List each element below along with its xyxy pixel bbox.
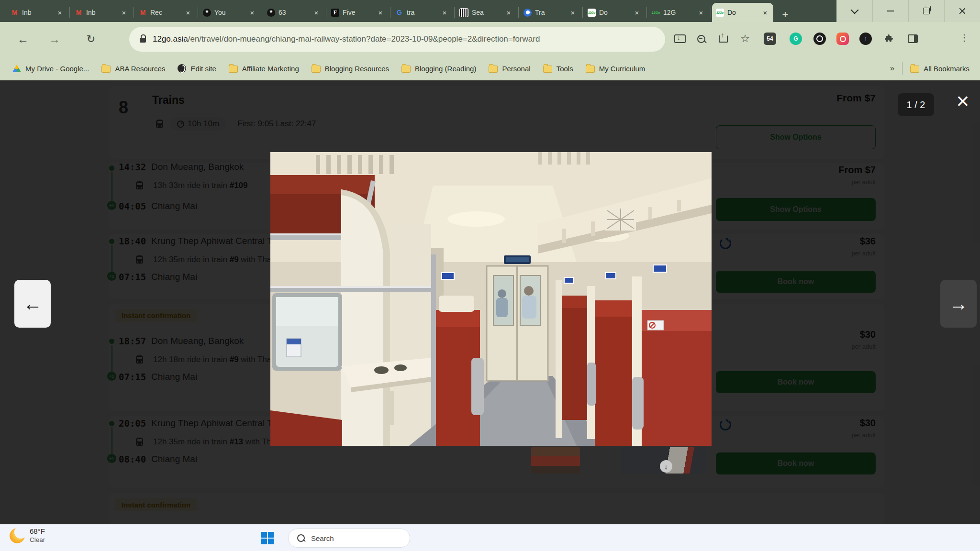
tab-gmail-2[interactable]: MInb×	[71, 3, 132, 22]
divider	[902, 62, 902, 75]
bookmarks-bar: My Drive - Google... ABA Resources Edit …	[0, 56, 980, 80]
tab-close-icon[interactable]: ×	[312, 8, 321, 17]
grammarly-icon[interactable]: G	[790, 33, 802, 45]
zoom-out-icon[interactable]	[695, 33, 707, 45]
tab-gmail-1[interactable]: MInb×	[7, 3, 68, 22]
lightbox-close-icon[interactable]: ×	[950, 89, 975, 114]
weather-widget[interactable]: 68°FClear	[10, 527, 45, 544]
side-panel-icon[interactable]	[906, 33, 919, 45]
bookmark-edit-site[interactable]: Edit site	[178, 64, 216, 73]
adblock-badge-icon[interactable]: 54	[764, 33, 776, 45]
tab-12go-2[interactable]: 12Go12G×	[648, 3, 709, 22]
folder-icon	[586, 66, 595, 73]
bookmark-my-curriculum[interactable]: My Curriculum	[586, 64, 646, 73]
tab-compass-2[interactable]: *63×	[263, 3, 324, 22]
photo-counter: 1 / 2	[898, 93, 934, 116]
taskbar: 68°FClear Search N S W 11:31 AM 10/4/202…	[0, 524, 980, 551]
fiverr-icon: F	[331, 9, 339, 17]
tab-close-icon[interactable]: ×	[504, 8, 513, 17]
folder-icon	[543, 66, 552, 73]
train-interior-photo	[270, 152, 712, 446]
search-icon	[297, 534, 305, 542]
tab-close-icon[interactable]: ×	[120, 8, 128, 17]
back-button[interactable]: ←	[14, 31, 32, 48]
gmail-icon: M	[139, 9, 147, 17]
menu-kebab-icon[interactable]: ⋮	[960, 33, 969, 43]
taskbar-search[interactable]: Search	[288, 529, 410, 548]
weather-condition: Clear	[30, 536, 45, 544]
bookmark-my-drive[interactable]: My Drive - Google...	[12, 65, 89, 73]
browser-tab-bar: MInb× MInb× MRec× *You× *63× FFive× Gtra…	[0, 0, 980, 22]
tab-close-icon[interactable]: ×	[568, 8, 577, 17]
tab-close-icon[interactable]: ×	[440, 8, 449, 17]
restore-icon	[923, 8, 930, 14]
bookmarks-overflow-icon[interactable]: »	[890, 64, 894, 73]
close-icon	[958, 7, 966, 15]
photo-thumbnail-1[interactable]	[531, 447, 580, 474]
bookmark-blogging-resources[interactable]: Blogging Resources	[312, 64, 389, 73]
tab-12go-1[interactable]: 12GoDo×	[584, 3, 645, 22]
tab-search-button[interactable]	[836, 0, 872, 22]
compass-icon: *	[203, 9, 211, 17]
tab-close-icon[interactable]: ×	[248, 8, 256, 17]
drive-icon	[12, 65, 21, 72]
tab-gmail-3[interactable]: MRec×	[135, 3, 196, 22]
12go-icon: 12Go	[588, 9, 596, 17]
lock-icon[interactable]	[140, 38, 146, 43]
tab-travel-rocket[interactable]: Tra×	[520, 3, 581, 22]
folder-icon	[101, 66, 111, 73]
url-text: 12go.asia/en/travel/don-mueang/chiang-ma…	[153, 34, 540, 44]
tab-google-search[interactable]: Gtra×	[391, 3, 453, 22]
gmail-icon: M	[11, 9, 19, 17]
previous-photo-button[interactable]: ←	[14, 280, 51, 328]
tab-close-icon[interactable]: ×	[184, 8, 192, 17]
weather-temp: 68°F	[30, 527, 45, 536]
bookmark-blogging-reading[interactable]: Blogging (Reading)	[401, 64, 476, 73]
12go-green-icon: 12Go	[652, 9, 660, 17]
bookmark-star-icon[interactable]: ☆	[739, 33, 751, 45]
profile-avatar[interactable]	[927, 31, 944, 47]
tab-search-site[interactable]: Sea×	[456, 3, 517, 22]
share-icon[interactable]	[717, 33, 729, 45]
all-bookmarks[interactable]: All Bookmarks	[910, 64, 969, 73]
chevron-down-icon	[851, 6, 859, 14]
bookmark-aba-resources[interactable]: ABA Resources	[101, 64, 165, 73]
forward-button[interactable]: →	[46, 31, 63, 48]
12go-icon: 12Go	[716, 9, 724, 17]
bookmark-affiliate-marketing[interactable]: Affiliate Marketing	[229, 64, 299, 73]
next-photo-button[interactable]: →	[940, 280, 977, 328]
bookmark-tools[interactable]: Tools	[543, 64, 573, 73]
folder-icon	[910, 66, 919, 73]
dark-extension-icon[interactable]	[813, 33, 826, 45]
download-button[interactable]: ↓	[660, 460, 672, 473]
page-viewport: 8 Trains 10h 10m First: 9:05 Last: 22:47…	[0, 80, 980, 524]
browser-toolbar: ← → ↻ 12go.asia/en/travel/don-mueang/chi…	[0, 22, 980, 56]
camera-extension-icon[interactable]	[836, 33, 849, 45]
google-icon: G	[395, 9, 403, 17]
restore-button[interactable]	[908, 0, 944, 22]
tab-close-icon[interactable]: ×	[376, 8, 385, 17]
start-button[interactable]	[261, 532, 274, 544]
moon-icon	[10, 528, 25, 543]
tab-close-icon[interactable]: ×	[697, 8, 705, 17]
tab-close-icon[interactable]: ×	[56, 8, 64, 17]
tab-close-icon[interactable]: ×	[633, 8, 641, 17]
barcode-icon	[459, 8, 468, 17]
extensions-puzzle-icon[interactable]	[883, 33, 896, 45]
minimize-icon	[887, 11, 894, 11]
minimize-button[interactable]	[872, 0, 908, 22]
folder-icon	[312, 66, 321, 73]
install-icon[interactable]	[674, 33, 686, 45]
bookmark-personal[interactable]: Personal	[489, 64, 530, 73]
new-tab-button[interactable]: +	[778, 8, 792, 22]
tab-12go-active[interactable]: 12GoDo×	[712, 3, 773, 22]
rocket-icon	[523, 9, 532, 17]
arrow-extension-icon[interactable]: ↑	[859, 33, 872, 45]
tab-compass-1[interactable]: *You×	[199, 3, 260, 22]
reload-button[interactable]: ↻	[82, 31, 100, 48]
tab-close-icon[interactable]: ×	[761, 8, 769, 17]
tab-fiverr[interactable]: FFive×	[327, 3, 389, 22]
close-window-button[interactable]	[944, 0, 980, 22]
folder-icon	[401, 66, 411, 73]
address-bar[interactable]: 12go.asia/en/travel/don-mueang/chiang-ma…	[129, 27, 665, 52]
